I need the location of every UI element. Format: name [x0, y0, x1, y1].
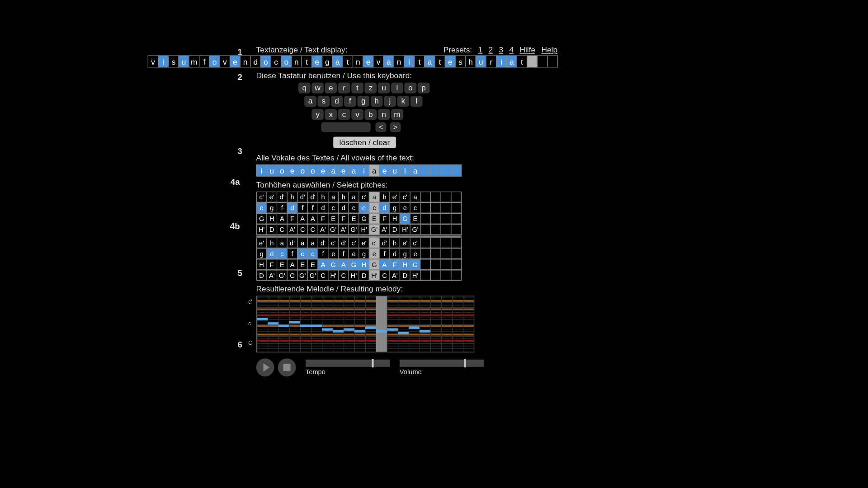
pitch-cell[interactable]: g	[389, 202, 400, 213]
text-cell[interactable]: u	[476, 56, 486, 68]
pitch-cell[interactable]	[451, 270, 462, 281]
pitch-cell[interactable]: A'	[389, 270, 400, 281]
pitch-cell[interactable]: g	[359, 248, 369, 259]
pitch-cell[interactable]	[440, 224, 451, 235]
vowel-cell[interactable]: o	[307, 164, 318, 177]
pitch-cell[interactable]	[430, 259, 441, 270]
pitch-cell[interactable]: a	[349, 192, 359, 202]
pitch-cell[interactable]: h	[389, 237, 400, 248]
pitch-cell[interactable]	[430, 192, 441, 202]
pitch-cell[interactable]: C	[307, 224, 318, 235]
vowel-cell[interactable]: e	[287, 164, 298, 177]
vowel-cell[interactable]: a	[349, 164, 359, 177]
text-cell[interactable]: a	[332, 56, 343, 68]
help-link[interactable]: Help	[541, 45, 557, 54]
text-cell[interactable]: g	[322, 56, 333, 68]
pitch-cell[interactable]: A'	[266, 270, 277, 281]
pitch-cell[interactable]: a	[297, 237, 308, 248]
pitch-cell[interactable]: C	[318, 270, 329, 281]
pitch-cell[interactable]	[420, 248, 431, 259]
text-cell[interactable]: e	[363, 56, 374, 68]
pitch-cell[interactable]: c	[369, 202, 380, 213]
pitch-cell[interactable]: A	[277, 213, 288, 224]
pitch-cell[interactable]	[440, 259, 451, 270]
pitch-cell[interactable]: F	[318, 213, 329, 224]
key-x[interactable]: x	[325, 109, 337, 120]
text-cell[interactable]: a	[383, 56, 394, 68]
pitch-cell[interactable]: g	[400, 248, 410, 259]
key-d[interactable]: d	[331, 96, 343, 107]
vowel-cell[interactable]: e	[379, 164, 390, 177]
pitch-cell[interactable]: f	[297, 202, 308, 213]
pitch-cell[interactable]: E	[328, 213, 339, 224]
pitch-cell[interactable]: f	[338, 248, 349, 259]
pitch-cell[interactable]: e	[400, 202, 410, 213]
pitch-cell[interactable]: G'	[328, 224, 339, 235]
pitch-cell[interactable]: h	[318, 192, 329, 202]
pitch-cell[interactable]: G'	[349, 224, 359, 235]
text-cell[interactable]: t	[302, 56, 312, 68]
pitch-cell[interactable]: g	[256, 248, 267, 259]
pitch-cell[interactable]: C	[379, 270, 390, 281]
pitch-cell[interactable]: H	[400, 259, 410, 270]
volume-handle[interactable]	[464, 359, 466, 367]
pitch-cell[interactable]	[440, 202, 451, 213]
clear-button[interactable]: löschen / clear	[333, 137, 396, 148]
pitch-cell[interactable]: c'	[328, 237, 339, 248]
pitch-cell[interactable]: G	[400, 213, 410, 224]
vowel-cell[interactable]	[451, 164, 462, 177]
pitch-cell[interactable]: c'	[369, 237, 380, 248]
vowel-cell[interactable]: a	[410, 164, 421, 177]
pitch-cell[interactable]: E	[297, 259, 308, 270]
pitch-cell[interactable]: G'	[307, 270, 318, 281]
key-k[interactable]: k	[397, 96, 410, 107]
stop-button[interactable]	[278, 358, 296, 376]
vowel-cell[interactable]: a	[328, 164, 339, 177]
key-r[interactable]: r	[338, 83, 350, 94]
text-cell[interactable]: o	[281, 56, 292, 68]
pitch-cell[interactable]: F	[287, 213, 298, 224]
pitch-cell[interactable]: c	[349, 202, 359, 213]
spacebar-key[interactable]	[321, 122, 371, 132]
pitch-cell[interactable]	[440, 248, 451, 259]
pitch-cell[interactable]	[430, 270, 441, 281]
pitch-cell[interactable]: a	[369, 192, 380, 202]
pitch-cell[interactable]: H'	[349, 270, 359, 281]
text-cell[interactable]: t	[516, 56, 527, 68]
tempo-handle[interactable]	[372, 359, 374, 367]
pitch-cell[interactable]: H'	[359, 224, 369, 235]
key-e[interactable]: e	[325, 83, 337, 94]
text-cell[interactable]	[547, 56, 558, 68]
text-cell[interactable]: c	[271, 56, 282, 68]
pitch-cell[interactable]	[440, 237, 451, 248]
pitch-cell[interactable]: e	[328, 248, 339, 259]
pitch-cell[interactable]: H'	[400, 224, 410, 235]
pitch-cell[interactable]: e'	[359, 237, 369, 248]
pitch-cell[interactable]: C	[338, 270, 349, 281]
pitch-cell[interactable]: A'	[338, 224, 349, 235]
key-m[interactable]: m	[391, 109, 403, 120]
pitch-cell[interactable]: H'	[369, 270, 380, 281]
pitch-cell[interactable]: f	[277, 202, 288, 213]
key-f[interactable]: f	[344, 96, 356, 107]
vowel-cell[interactable]: e	[338, 164, 349, 177]
text-cell[interactable]	[527, 56, 538, 68]
pitch-cell[interactable]: c'	[349, 237, 359, 248]
preset-link-3[interactable]: 3	[499, 45, 503, 54]
pitch-cell[interactable]: d'	[287, 237, 298, 248]
pitch-cell[interactable]: A'	[287, 224, 298, 235]
vowel-cell[interactable]	[420, 164, 431, 177]
volume-slider[interactable]	[400, 360, 484, 367]
pitch-cell[interactable]: f	[379, 248, 390, 259]
pitch-cell[interactable]: H	[359, 259, 369, 270]
pitch-cell[interactable]: c'	[410, 237, 421, 248]
pitch-cell[interactable]: g	[266, 202, 277, 213]
pitch-cell[interactable]: c'	[400, 192, 410, 202]
text-cell[interactable]: s	[168, 56, 179, 68]
text-cell[interactable]: r	[486, 56, 496, 68]
pitch-cell[interactable]: H	[266, 213, 277, 224]
pitch-cell[interactable]: h	[338, 192, 349, 202]
key-j[interactable]: j	[384, 96, 396, 107]
text-cell[interactable]: o	[209, 56, 220, 68]
pitch-cell[interactable]: c'	[256, 192, 267, 202]
